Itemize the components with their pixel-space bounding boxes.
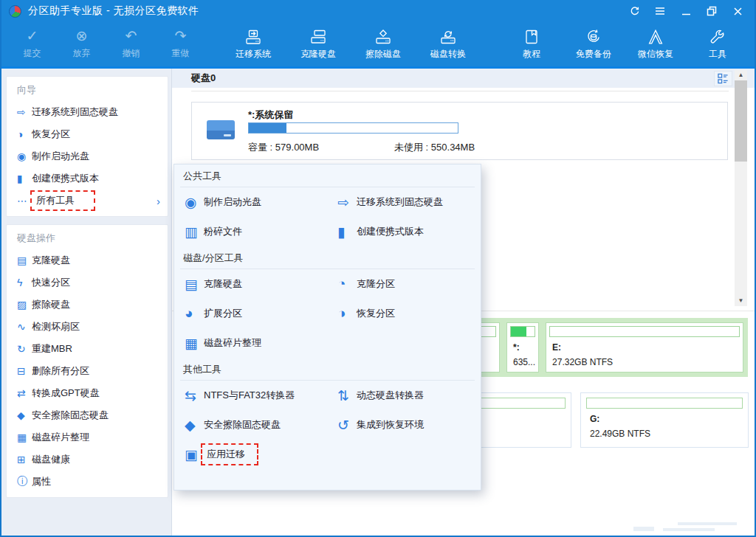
partition-name: *:系统保留 — [248, 108, 293, 122]
scroll-up-icon[interactable]: ▲ — [735, 70, 747, 80]
sidebar-item-convert-gpt[interactable]: ⇄ 转换成GPT硬盘 — [7, 382, 168, 404]
popup-item-clone-disk[interactable]: ▤ 克隆硬盘 — [174, 269, 327, 299]
sidebar-item-migrate-ssd[interactable]: ⇨ 迁移系统到固态硬盘 — [7, 101, 168, 123]
partition-usage-bar — [510, 326, 535, 337]
restore-button[interactable] — [702, 3, 721, 19]
popup-item-ntfs-fat32-converter[interactable]: ⇆ NTFS与FAT32转换器 — [174, 381, 327, 410]
partition-usage-bar — [586, 398, 743, 409]
recover-partition-icon: ◑ — [337, 305, 357, 322]
sidebar-item-recover-partition[interactable]: ◑ 恢复分区 — [7, 123, 168, 145]
discard-button[interactable]: ⊗ 放弃 — [57, 24, 106, 65]
sidebar-item-delete-all-partitions[interactable]: ⊟ 删除所有分区 — [7, 360, 168, 382]
commit-icon: ✓ — [27, 29, 38, 45]
sidebar-item-secure-erase-ssd[interactable]: ◆ 安全擦除固态硬盘 — [7, 404, 168, 426]
close-button[interactable] — [728, 3, 747, 19]
sidebar-item-clone-disk[interactable]: ▤ 克隆硬盘 — [7, 249, 168, 271]
partition-box-g[interactable]: G: 22.49GB NTFS — [580, 392, 749, 448]
migrate-ssd-icon: ⇨ — [337, 194, 357, 211]
backup-icon — [585, 28, 602, 46]
disk-convert-button[interactable]: 磁盘转换 — [418, 24, 478, 65]
popup-section-title: 磁盘/分区工具 — [174, 252, 481, 266]
sidebar-item-wipe-disk[interactable]: ▨ 擦除硬盘 — [7, 294, 168, 316]
popup-item-clone-partition[interactable]: ◔ 克隆分区 — [327, 269, 481, 299]
sidebar-disk-ops-panel: 硬盘操作 ▤ 克隆硬盘 ϟ 快速分区 ▨ 擦除硬盘 ∿ 检测坏扇区 — [6, 224, 168, 498]
clone-disk-icon — [309, 28, 327, 46]
partition-size: 635... — [513, 357, 535, 367]
scroll-down-icon[interactable]: ▼ — [735, 296, 747, 306]
disk-title: 硬盘0 — [191, 72, 216, 85]
sidebar-item-all-tools[interactable]: ⋯ 所有工具 › — [7, 190, 168, 212]
all-tools-popup: 公共工具 ◉ 制作启动光盘 ⇨ 迁移系统到固态硬盘 ▥ 粉碎文件 ▮ 创建便携式… — [173, 164, 481, 491]
secure-erase-icon: ◆ — [17, 409, 32, 421]
delete-partitions-icon: ⊟ — [17, 365, 32, 377]
popup-item-app-migration[interactable]: ▣ 应用迁移 — [174, 440, 327, 469]
redo-button[interactable]: ↷ 重做 — [156, 24, 205, 65]
vertical-scrollbar[interactable]: ▲ ▼ — [735, 70, 747, 306]
tutorial-button[interactable]: 教程 — [501, 24, 563, 65]
partition-box-e[interactable]: E: 27.32GB NTFS — [546, 322, 743, 373]
quick-partition-icon: ϟ — [17, 277, 32, 288]
tools-button[interactable]: 工具 — [687, 24, 749, 65]
window-title: 分区助手专业版 - 无损分区免费软件 — [28, 4, 199, 18]
wipe-disk-button[interactable]: 擦除磁盘 — [353, 24, 413, 65]
clone-partition-icon: ◔ — [337, 276, 357, 292]
tutorial-icon — [523, 28, 540, 46]
app-window: 分区助手专业版 - 无损分区免费软件 ✓ 提交 ⊗ 放弃 ↶ 撤销 ↷ — [0, 0, 756, 537]
popup-item-migrate-ssd[interactable]: ⇨ 迁移系统到固态硬盘 — [327, 187, 481, 217]
undo-button[interactable]: ↶ 撤销 — [106, 24, 156, 65]
popup-section-title: 公共工具 — [174, 170, 481, 184]
migrate-system-icon — [244, 28, 262, 46]
sidebar-item-defrag[interactable]: ▦ 磁盘碎片整理 — [7, 426, 168, 448]
sidebar-item-burn-cd[interactable]: ◉ 制作启动光盘 — [7, 145, 168, 167]
wechat-recovery-button[interactable]: 微信恢复 — [625, 24, 687, 65]
popup-item-defrag[interactable]: ▦ 磁盘碎片整理 — [174, 328, 327, 358]
defrag-icon: ▦ — [17, 432, 32, 443]
sidebar-item-portable-version[interactable]: ▮ 创建便携式版本 — [7, 167, 168, 190]
sidebar-wizard-panel: 向导 ⇨ 迁移系统到固态硬盘 ◑ 恢复分区 ◉ 制作启动光盘 ▮ 创建便携式版本 — [6, 76, 168, 217]
sidebar-item-rebuild-mbr[interactable]: ↻ 重建MBR — [7, 338, 168, 360]
popup-item-extend-partition[interactable]: ◕ 扩展分区 — [174, 299, 327, 328]
popup-item-recover-partition[interactable]: ◑ 恢复分区 — [327, 299, 481, 328]
clone-disk-button[interactable]: 克隆硬盘 — [288, 24, 348, 65]
commit-button[interactable]: ✓ 提交 — [7, 24, 57, 65]
popup-item-secure-erase-ssd[interactable]: ◆ 安全擦除固态硬盘 — [174, 410, 327, 440]
rebuild-mbr-icon: ↻ — [17, 343, 32, 355]
app-logo-icon — [9, 5, 21, 18]
section-title: 向导 — [7, 77, 168, 101]
popup-item-integrate-recovery[interactable]: ↺ 集成到恢复环境 — [327, 410, 481, 440]
toolbar: ✓ 提交 ⊗ 放弃 ↶ 撤销 ↷ 重做 迁移系统 — [1, 22, 755, 66]
view-toggle-button[interactable] — [714, 71, 732, 86]
sidebar-item-properties[interactable]: ⓘ 属性 — [7, 471, 168, 493]
partition-box-system[interactable]: *: 635... — [506, 322, 539, 373]
sidebar: 向导 ⇨ 迁移系统到固态硬盘 ◑ 恢复分区 ◉ 制作启动光盘 ▮ 创建便携式版本 — [1, 69, 172, 536]
sidebar-item-quick-partition[interactable]: ϟ 快速分区 — [7, 271, 168, 294]
partition-label: *: — [513, 342, 535, 353]
chevron-right-icon: › — [157, 195, 160, 207]
sidebar-item-disk-health[interactable]: ⊞ 磁盘健康 — [7, 448, 168, 471]
redo-icon: ↷ — [175, 29, 187, 45]
partition-label: E: — [552, 342, 740, 353]
properties-icon: ⓘ — [17, 475, 32, 488]
burn-cd-icon: ◉ — [185, 194, 204, 211]
menu-icon[interactable] — [650, 3, 670, 19]
popup-item-shred-file[interactable]: ▥ 粉碎文件 — [174, 217, 327, 246]
sidebar-item-check-bad-sectors[interactable]: ∿ 检测坏扇区 — [7, 316, 168, 338]
discard-icon: ⊗ — [76, 29, 88, 45]
migrate-system-button[interactable]: 迁移系统 — [223, 24, 284, 65]
partition-size: 22.49GB NTFS — [590, 429, 743, 439]
refresh-icon[interactable] — [625, 3, 644, 19]
burn-cd-icon: ◉ — [17, 150, 32, 162]
popup-item-dynamic-disk-converter[interactable]: ⇅ 动态硬盘转换器 — [327, 381, 481, 410]
free-backup-button[interactable]: 免费备份 — [563, 24, 625, 65]
unused-label: 未使用 : 550.34MB — [394, 141, 475, 154]
minimize-button[interactable] — [676, 3, 695, 19]
scrollbar-thumb[interactable] — [735, 80, 747, 162]
dynamic-disk-icon: ⇅ — [337, 387, 357, 404]
popup-item-portable-version[interactable]: ▮ 创建便携式版本 — [327, 217, 481, 246]
portable-version-icon: ▮ — [337, 224, 357, 240]
extend-partition-icon: ◕ — [185, 305, 204, 322]
disk0-card[interactable]: *:系统保留 容量 : 579.00MB 未使用 : 550.34MB — [191, 102, 728, 160]
popup-item-burn-cd[interactable]: ◉ 制作启动光盘 — [174, 187, 327, 217]
section-title: 硬盘操作 — [7, 225, 168, 249]
integrate-recovery-icon: ↺ — [337, 417, 357, 434]
